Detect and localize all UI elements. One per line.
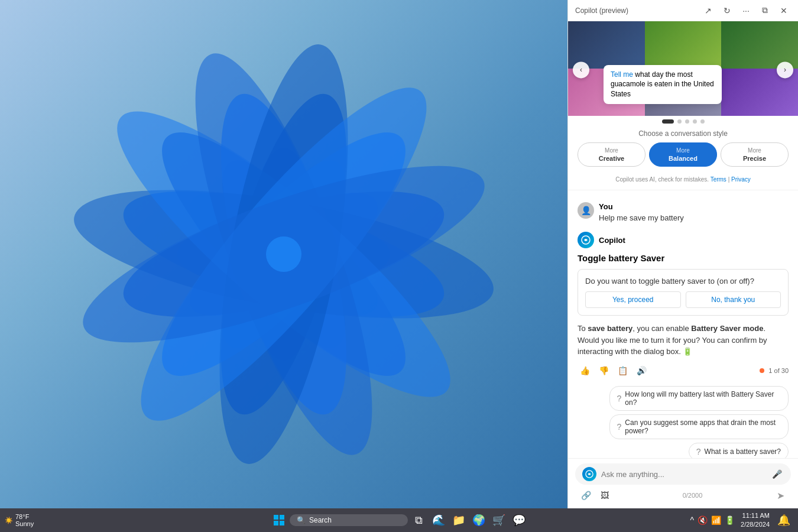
battery-dialog: Do you want to toggle battery saver to (… [578,269,789,316]
carousel-inner: Tell me what day the most guacamole is e… [568,21,798,116]
carousel-dots [568,116,798,125]
carousel-dot-5[interactable] [700,119,705,124]
send-button[interactable]: ➤ [772,487,789,504]
input-actions: 🔗 🖼 [578,487,613,504]
battery-saver-mode-bold: Battery Saver mode [691,324,763,333]
start-button[interactable] [270,511,288,530]
file-explorer-button[interactable]: 📁 [449,511,468,530]
carousel-dot-1[interactable] [662,119,674,124]
carousel-tooltip-highlight: Tell me [611,70,633,79]
suggestion-text-1: How long will my battery last with Batte… [625,390,781,407]
thumbs-up-button[interactable]: 👍 [578,364,592,378]
weather-widget[interactable]: ☀️ 78°F Sunny [0,513,38,527]
user-message: 👤 You Help me save my battery [578,202,789,222]
sys-tray-icons: ^ 🔇 📶 🔋 [689,514,736,526]
carousel-dot-4[interactable] [693,119,697,124]
copilot-msg-header: Copilot [578,232,789,248]
attach-button[interactable]: 🔗 [578,487,594,504]
close-button[interactable]: ✕ [777,4,791,18]
svg-rect-24 [280,521,284,525]
clock-date: 2/28/2024 [741,520,770,529]
more-options-button[interactable]: ··· [739,4,753,18]
taskbar: ☀️ 78°F Sunny 🔍 Search ⧉ 🌊 📁 🌍 🛒 💬 ^ [0,508,798,532]
weather-icon: ☀️ [5,517,13,524]
copilot-avatar-icon [578,232,594,248]
privacy-link[interactable]: Privacy [731,176,751,183]
desktop [0,0,567,508]
search-icon: 🔍 [297,516,306,524]
input-area: 🎤 🔗 🖼 0/2000 ➤ [568,458,798,508]
copy-button[interactable]: 📋 [615,364,630,378]
suggestion-chip-1[interactable]: ? How long will my battery last with Bat… [609,386,789,411]
style-balanced-button[interactable]: More Balanced [649,142,717,167]
creative-more-label: More [580,147,643,154]
yes-proceed-button[interactable]: Yes, proceed [585,291,681,308]
titlebar-controls: ↗ ↻ ··· ⧉ ✕ [701,4,791,18]
teams-button[interactable]: 💬 [510,511,528,530]
svg-rect-21 [274,515,278,520]
chat-divider [568,190,798,190]
wallpaper-bloom [41,0,526,508]
balanced-more-label: More [652,147,714,154]
clock-time: 11:11 AM [741,511,770,520]
suggestion-chips: ? How long will my battery last with Bat… [578,386,789,458]
suggestion-icon-3: ? [696,447,701,456]
weather-condition: Sunny [15,520,34,527]
suggestion-text-3: What is a battery saver? [705,447,781,456]
battery-icon[interactable]: 🔋 [724,514,736,526]
ai-disclaimer: Copilot uses AI, check for mistakes. Ter… [568,174,798,185]
style-precise-button[interactable]: More Precise [721,142,789,167]
weather-temp: 78°F [15,513,34,520]
image-button[interactable]: 🖼 [596,487,613,504]
store-button[interactable]: 🛒 [489,511,508,530]
volume-icon[interactable]: 🔇 [696,514,709,526]
mic-button[interactable]: 🎤 [770,467,784,481]
volume-button[interactable]: 🔊 [634,364,648,378]
no-thank-you-button[interactable]: No, thank you [686,291,781,308]
restore-button[interactable]: ⧉ [758,4,772,18]
carousel-next-button[interactable]: › [777,61,793,78]
suggestion-icon-1: ? [617,394,622,403]
carousel-dot-2[interactable] [677,119,682,124]
carousel-dot-3[interactable] [685,119,689,124]
style-creative-button[interactable]: More Creative [578,142,645,167]
edge-browser-button[interactable]: 🌍 [469,511,488,530]
balanced-name-label: Balanced [652,154,714,163]
task-view-button[interactable]: ⧉ [409,511,428,530]
thumbs-down-button[interactable]: 👎 [596,364,611,378]
conv-style-label: Choose a conversation style [578,129,789,138]
notification-button[interactable]: 🔔 [774,511,793,530]
suggestion-chip-3[interactable]: ? What is a battery saver? [689,443,789,458]
copilot-panel: Copilot (preview) ↗ ↻ ··· ⧉ ✕ Tell [567,0,798,508]
copilot-title: Copilot (preview) [575,7,628,15]
suggestion-icon-2: ? [617,422,622,432]
svg-rect-22 [280,515,284,520]
feedback-bar: 👍 👎 📋 🔊 1 of 30 [578,364,789,378]
toggle-battery-title: Toggle battery Saver [578,253,789,263]
carousel-prev-button[interactable]: ‹ [573,61,589,78]
suggestion-chip-2[interactable]: ? Can you suggest some apps that drain t… [609,414,789,439]
copilot-message: Copilot Toggle battery Saver Do you want… [578,232,789,378]
user-avatar: 👤 [578,202,594,219]
taskbar-center: 🔍 Search ⧉ 🌊 📁 🌍 🛒 💬 [270,511,528,530]
search-label: Search [309,516,332,524]
creative-name-label: Creative [580,154,643,163]
copilot-titlebar: Copilot (preview) ↗ ↻ ··· ⧉ ✕ [568,0,798,21]
widgets-button[interactable]: 🌊 [429,511,448,530]
terms-link[interactable]: Terms [711,176,726,183]
chat-area[interactable]: 👤 You Help me save my battery Copilot To… [568,195,798,458]
hidden-icons-button[interactable]: ^ [689,514,695,526]
chat-input[interactable] [601,470,765,479]
input-bottom: 🔗 🖼 0/2000 ➤ [575,485,791,504]
datetime-display[interactable]: 11:11 AM 2/28/2024 [738,511,772,530]
svg-rect-23 [274,521,278,525]
conversation-style-section: Choose a conversation style More Creativ… [568,125,798,174]
open-browser-button[interactable]: ↗ [701,4,715,18]
suggestion-text-2: Can you suggest some apps that drain the… [625,419,781,435]
refresh-button[interactable]: ↻ [720,4,734,18]
taskbar-search[interactable]: 🔍 Search [290,514,408,526]
save-battery-bold: save battery [588,324,632,333]
network-icon[interactable]: 📶 [710,514,722,526]
carousel-image: Tell me what day the most guacamole is e… [568,21,798,116]
orange-dot-indicator [760,368,764,373]
